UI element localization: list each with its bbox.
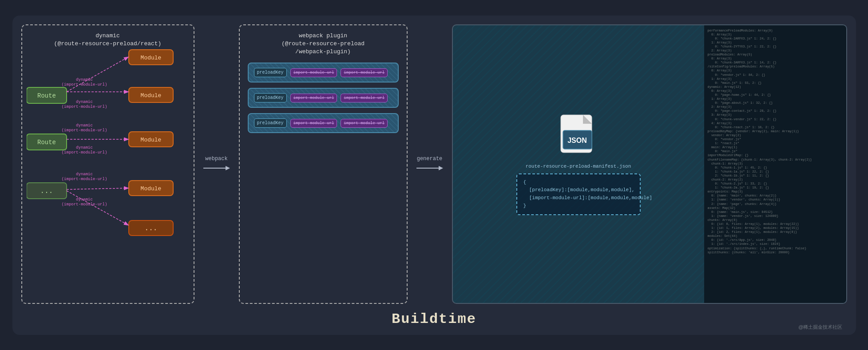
svg-text:(import-module-url): (import-module-url) xyxy=(61,128,107,133)
bottom-bar: Buildtime @稀土掘金技术社区 xyxy=(12,304,856,335)
preload-key-1: preloadKey xyxy=(254,68,287,77)
json-file-icon: JSON xyxy=(559,113,598,157)
svg-line-32 xyxy=(67,191,128,225)
svg-rect-21 xyxy=(27,183,67,199)
svg-text:Module: Module xyxy=(140,185,161,192)
manifest-content: { [preloadKey]:[module,module,module], [… xyxy=(516,173,641,215)
svg-rect-23 xyxy=(129,181,173,196)
svg-rect-4 xyxy=(129,87,173,102)
middle-panel: webpack plugin (@route-resource-preload … xyxy=(239,24,408,304)
svg-text:(import-module-url): (import-module-url) xyxy=(61,202,107,207)
import-url-3a: import-module-url xyxy=(290,119,337,128)
import-url-1a: import-module-url xyxy=(290,68,337,77)
svg-marker-36 xyxy=(439,166,443,170)
left-panel: dynamic (@route-resource-preload/react) … xyxy=(21,24,194,304)
svg-text:Module: Module xyxy=(140,92,161,99)
svg-text:(import-module-url): (import-module-url) xyxy=(61,177,107,181)
svg-text:dynamic: dynamic xyxy=(76,123,93,128)
svg-text:(import-module-url): (import-module-url) xyxy=(61,105,107,109)
right-panel: JSON route-resource-preload-manifest.jso… xyxy=(452,24,847,304)
svg-line-9 xyxy=(67,57,128,92)
svg-text:dynamic: dynamic xyxy=(76,146,93,150)
svg-text:Route: Route xyxy=(37,92,55,99)
import-url-3b: import-module-url xyxy=(341,119,388,128)
webpack-arrow: webpack xyxy=(199,24,234,304)
preload-key-3: preloadKey xyxy=(254,118,287,128)
svg-text:Route: Route xyxy=(37,139,55,146)
svg-rect-12 xyxy=(27,134,67,150)
svg-text:...: ... xyxy=(144,224,157,232)
svg-text:(import-module-url): (import-module-url) xyxy=(61,150,107,155)
svg-text:dynamic: dynamic xyxy=(76,197,93,202)
content-area: dynamic (@route-resource-preload/react) … xyxy=(12,16,856,304)
watermark: @稀土掘金技术社区 xyxy=(798,324,842,330)
preload-key-2: preloadKey xyxy=(254,93,287,102)
generate-arrow: generate xyxy=(412,24,448,304)
svg-rect-2 xyxy=(27,87,67,103)
import-url-1b: import-module-url xyxy=(341,68,388,77)
main-container: dynamic (@route-resource-preload/react) … xyxy=(12,16,856,335)
svg-text:JSON: JSON xyxy=(567,137,587,144)
webpack-label: webpack xyxy=(205,156,227,162)
svg-text:Module: Module xyxy=(140,137,161,143)
svg-text:dynamic: dynamic xyxy=(76,100,93,104)
svg-marker-34 xyxy=(226,166,230,170)
svg-text:...: ... xyxy=(40,187,53,195)
buildtime-label: Buildtime xyxy=(392,311,476,327)
right-content-section: JSON route-resource-preload-manifest.jso… xyxy=(453,25,704,303)
svg-text:Module: Module xyxy=(140,55,161,61)
svg-text:dynamic: dynamic xyxy=(76,172,93,177)
right-code-section: performancePreloadModules: Array(9) 0: A… xyxy=(704,25,846,303)
svg-rect-30 xyxy=(129,220,173,236)
svg-rect-14 xyxy=(129,132,173,147)
generate-label: generate xyxy=(417,156,443,162)
import-url-2b: import-module-url xyxy=(341,94,388,102)
left-panel-title: dynamic (@route-resource-preload/react) xyxy=(29,32,187,48)
preload-row-1: preloadKey import-module-url import-modu… xyxy=(248,63,399,83)
svg-rect-0 xyxy=(129,50,173,65)
import-url-2a: import-module-url xyxy=(290,94,337,102)
preload-row-3: preloadKey import-module-url import-modu… xyxy=(248,113,399,133)
svg-line-27 xyxy=(67,188,128,189)
svg-text:dynamic: dynamic xyxy=(76,78,93,82)
middle-panel-title: webpack plugin (@route-resource-preload … xyxy=(281,32,365,56)
code-text: performancePreloadModules: Array(9) 0: A… xyxy=(704,25,846,303)
preload-row-2: preloadKey import-module-url import-modu… xyxy=(248,88,399,108)
manifest-filename: route-resource-preload-manifest.json xyxy=(526,164,631,169)
svg-text:(import-module-url): (import-module-url) xyxy=(61,83,107,87)
